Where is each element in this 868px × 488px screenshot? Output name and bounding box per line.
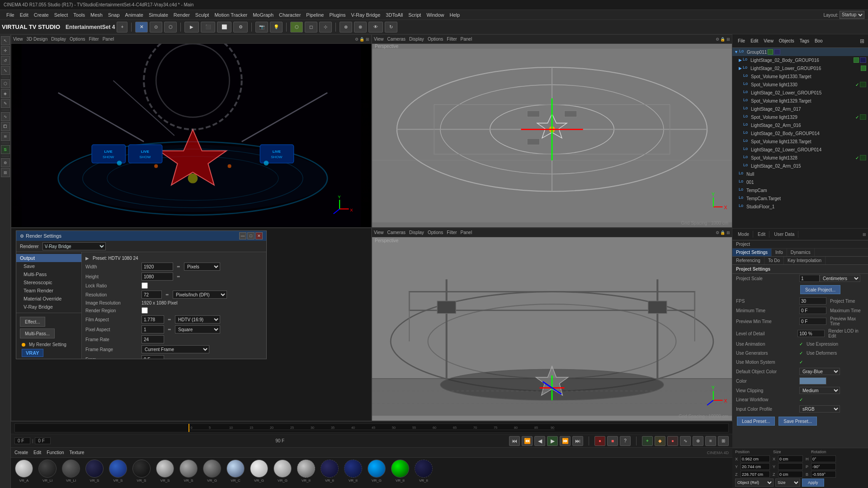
obj-mode[interactable]: ⬡: [290, 22, 303, 33]
vp-tr-view[interactable]: View: [374, 37, 384, 42]
menu-pipeline[interactable]: Pipeline: [303, 12, 326, 18]
menu-create[interactable]: Create: [31, 12, 52, 18]
menu-tools[interactable]: Tools: [71, 12, 88, 18]
mat-edit[interactable]: Edit: [33, 450, 41, 455]
film-aspect-input[interactable]: [142, 315, 164, 324]
renderer-select[interactable]: V-Ray Bridge: [42, 242, 106, 250]
menu-vray[interactable]: V-Ray Bridge: [349, 12, 383, 18]
tree-group011[interactable]: ▼ Lo Group011: [732, 48, 868, 56]
rot-b[interactable]: [811, 471, 836, 478]
load-preset-btn[interactable]: Load Preset...: [737, 417, 775, 426]
render-setting-item[interactable]: VRAY: [20, 348, 78, 358]
pos-z[interactable]: [741, 471, 770, 478]
pos-x[interactable]: [741, 455, 770, 462]
vp-br-display[interactable]: Display: [409, 230, 424, 235]
mat-item-9[interactable]: VR_G: [201, 460, 223, 487]
vp-br-filter[interactable]: Filter: [447, 230, 457, 235]
tab-project-settings[interactable]: Project Settings: [732, 249, 772, 256]
vp-br-options[interactable]: Options: [428, 230, 443, 235]
height-input[interactable]: [142, 272, 173, 281]
add-button[interactable]: +: [117, 22, 127, 33]
tree-001[interactable]: Lo 001: [732, 178, 868, 186]
display-btn[interactable]: 👁: [368, 22, 383, 33]
panel-btn[interactable]: ⊞: [718, 436, 729, 446]
key-btn2[interactable]: ◆: [655, 436, 665, 446]
tree-tempcam-target[interactable]: Lo TempCam.Target: [732, 194, 868, 202]
rot-h[interactable]: [811, 455, 836, 462]
menu-file[interactable]: File: [4, 12, 17, 18]
stop-btn[interactable]: ■: [607, 436, 618, 446]
mat-item-5[interactable]: VR_S: [107, 460, 129, 487]
pixel-aspect-select[interactable]: Square: [175, 325, 220, 333]
vp-tr-display[interactable]: Display: [409, 37, 424, 42]
tab-dynamics[interactable]: Dynamics: [787, 249, 815, 256]
obj-edit[interactable]: Edit: [749, 38, 760, 43]
size-z[interactable]: [778, 471, 803, 478]
mat-item-6[interactable]: VR_S: [130, 460, 153, 487]
mat-item-14[interactable]: VR_II: [318, 460, 341, 487]
tool-deform[interactable]: ≋: [1, 132, 10, 141]
mat-item-15[interactable]: VR_II: [342, 460, 364, 487]
my-render-setting-item[interactable]: My Render Setting: [20, 341, 78, 348]
tool-scale[interactable]: ⤡: [1, 66, 10, 75]
film-aspect-select[interactable]: HDTV (16:9): [175, 315, 220, 324]
scale-project-btn[interactable]: Scale Project...: [800, 285, 840, 294]
menu-motion-tracker[interactable]: Motion Tracker: [212, 12, 250, 18]
vp-tl-3ddesign[interactable]: 3D Design: [27, 37, 48, 42]
rot-p[interactable]: [811, 463, 836, 470]
vp-tr-filter[interactable]: Filter: [447, 37, 457, 42]
move-tool[interactable]: ✕: [135, 22, 148, 33]
min-time-input[interactable]: [799, 307, 826, 314]
vp-tl-display[interactable]: Display: [51, 37, 66, 42]
record-btn[interactable]: ●: [594, 436, 605, 446]
save-preset-btn[interactable]: Save Preset...: [778, 417, 817, 426]
from-input[interactable]: [142, 355, 164, 359]
go-end-btn[interactable]: ⏭: [572, 436, 583, 446]
props-userdata-tab[interactable]: User Data: [770, 231, 798, 238]
apply-btn[interactable]: Apply: [802, 479, 824, 487]
tool-script[interactable]: S: [1, 145, 10, 154]
layout-select[interactable]: Startup: [840, 11, 864, 19]
sidebar-multipass[interactable]: Multi-Pass: [16, 270, 81, 278]
rotate-tool[interactable]: ⊙: [150, 22, 162, 33]
sidebar-vraybridge[interactable]: V-Ray Bridge: [16, 303, 81, 311]
tab-key-interp[interactable]: Key Interpolation: [784, 257, 826, 264]
tool-poly[interactable]: ⬡: [1, 79, 10, 88]
sidebar-materialoverride[interactable]: Material Override: [16, 295, 81, 303]
lock-ratio-check[interactable]: [142, 282, 148, 289]
tree-null[interactable]: Lo Null: [732, 170, 868, 178]
tree-tempcam[interactable]: Lo TempCam: [732, 186, 868, 194]
menu-mesh[interactable]: Mesh: [88, 12, 105, 18]
mat-item-8[interactable]: VR_S: [177, 460, 200, 487]
tree-spot-target-1330[interactable]: Lo Spot_Volume light1330.Target: [732, 72, 868, 80]
menu-render[interactable]: Render: [171, 12, 193, 18]
prev-min-input[interactable]: [799, 318, 826, 325]
tree-ls02-arm-015[interactable]: Lo LightStage_02_Arm_015: [732, 162, 868, 170]
tree-ls02-body-014[interactable]: Lo LightStage_02_Body_GROUP014: [732, 129, 868, 137]
snap-btn[interactable]: ⊕: [340, 22, 352, 33]
more-btn[interactable]: ≡: [705, 436, 716, 446]
mat-create[interactable]: Create: [14, 450, 28, 455]
fps-input[interactable]: [799, 297, 826, 305]
lod-input[interactable]: [797, 330, 825, 337]
tree-ls02-lower-016[interactable]: ▶ Lo LightStage_02_Lower_GROUP016: [732, 64, 868, 72]
vp-tl-filter[interactable]: Filter: [89, 37, 99, 42]
menu-sculpt[interactable]: Sculpt: [193, 12, 212, 18]
pixel-aspect-input[interactable]: [142, 325, 164, 333]
tool-spline[interactable]: ∿: [1, 112, 10, 121]
axis-btn[interactable]: ⊗: [354, 22, 367, 33]
menu-3dtoall[interactable]: 3DToAll: [383, 12, 406, 18]
vp-br-view[interactable]: View: [374, 230, 384, 235]
obj-view[interactable]: View: [762, 38, 775, 43]
linear-wf-check[interactable]: ✓: [799, 397, 803, 402]
mat-item-3[interactable]: VR_LI: [60, 460, 82, 487]
tool-brush[interactable]: ◈: [1, 89, 10, 98]
obj-bookmarks[interactable]: Boo: [813, 38, 825, 43]
scale-tool[interactable]: ⬡: [164, 22, 177, 33]
menu-edit[interactable]: Edit: [17, 12, 31, 18]
tool-select[interactable]: ↖: [1, 36, 10, 45]
sidebar-save[interactable]: Save: [16, 262, 81, 270]
play-btn[interactable]: ▶: [547, 436, 558, 446]
dialog-minimize[interactable]: —: [239, 232, 246, 239]
prev-frame-btn[interactable]: ⏪: [522, 436, 533, 446]
